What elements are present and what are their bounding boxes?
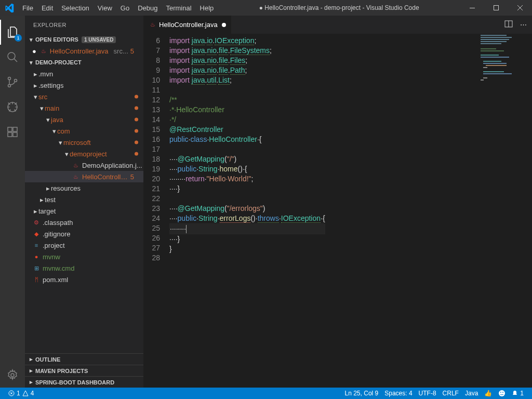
tree-folder[interactable]: ▾microsoft [25, 137, 143, 148]
minimap[interactable] [478, 34, 525, 96]
minimize-button[interactable] [460, 0, 484, 16]
svg-point-5 [15, 79, 17, 82]
close-button[interactable] [508, 0, 532, 16]
tree-folder[interactable]: ▸test [25, 194, 143, 205]
status-feedback-icon[interactable] [495, 390, 509, 397]
menu-selection[interactable]: Selection [57, 4, 93, 12]
tree-file[interactable]: ⊞mvnw.cmd [25, 262, 143, 274]
activity-bar: 1 [0, 16, 25, 388]
status-language[interactable]: Java [462, 390, 481, 397]
tree-file[interactable]: ᛗpom.xml [25, 274, 143, 285]
open-editors-label: OPEN EDITORS [35, 36, 78, 43]
status-thumbsup-icon[interactable]: 👍 [481, 390, 495, 397]
tree-folder[interactable]: ▸resources [25, 182, 143, 194]
menu-help[interactable]: Help [196, 4, 218, 12]
menu-go[interactable]: Go [116, 4, 134, 12]
svg-rect-21 [481, 55, 499, 56]
svg-rect-23 [483, 61, 501, 62]
extensions-icon[interactable] [0, 119, 25, 144]
code-area[interactable]: 6789101112131415161718192021222324252627… [143, 34, 532, 388]
more-actions-icon[interactable]: ⋯ [520, 21, 528, 29]
search-icon[interactable] [0, 45, 25, 70]
status-spaces[interactable]: Spaces: 4 [381, 390, 415, 397]
svg-point-2 [8, 52, 15, 60]
maven-section[interactable]: ▸MAVEN PROJECTS [25, 365, 143, 376]
outline-section[interactable]: ▸OUTLINE [25, 353, 143, 365]
svg-rect-8 [8, 132, 12, 137]
source-control-icon[interactable] [0, 70, 25, 95]
chevron-down-icon: ▾ [32, 93, 38, 101]
line-numbers: 6789101112131415161718192021222324252627… [143, 34, 169, 388]
settings-gear-icon[interactable] [0, 363, 25, 388]
vscode-logo-icon [0, 3, 18, 12]
status-position[interactable]: Ln 25, Col 9 [342, 390, 382, 397]
menu-file[interactable]: File [18, 4, 37, 12]
tree-file[interactable]: ≡.project [25, 240, 143, 251]
chevron-right-icon: ▸ [38, 196, 45, 204]
menu-terminal[interactable]: Terminal [162, 4, 195, 12]
svg-rect-25 [486, 65, 507, 66]
explorer-icon[interactable]: 1 [0, 20, 25, 45]
svg-rect-18 [481, 43, 501, 44]
open-editors-section[interactable]: ▾ OPEN EDITORS 1 UNSAVED [25, 34, 143, 45]
tree-folder[interactable]: ▾src [25, 91, 143, 102]
chevron-down-icon: ▾ [57, 139, 63, 147]
springboot-section[interactable]: ▸SPRING-BOOT DASHBOARD [25, 376, 143, 388]
project-section[interactable]: ▾ DEMO-PROJECT [25, 57, 143, 68]
tree-folder[interactable]: ▸target [25, 205, 143, 217]
unsaved-tag: 1 UNSAVED [82, 36, 116, 43]
svg-rect-27 [483, 71, 504, 72]
tree-file[interactable]: ●mvnw [25, 251, 143, 262]
tree-folder[interactable]: ▸.mvn [25, 68, 143, 79]
git-icon: ◆ [32, 230, 41, 238]
chevron-down-icon: ▾ [27, 36, 35, 43]
debug-icon[interactable] [0, 95, 25, 119]
status-notifications[interactable]: 1 [509, 390, 527, 397]
menu-edit[interactable]: Edit [37, 4, 57, 12]
maven-icon: ᛗ [32, 275, 41, 284]
chevron-right-icon: ▸ [32, 82, 38, 89]
file-tree: ▸.mvn ▸.settings ▾src ▾main ▾java ▾com ▾… [25, 68, 143, 285]
chevron-right-icon: ▸ [27, 379, 35, 385]
tab-hellocontroller[interactable]: ♨ HelloController.java [143, 16, 232, 34]
svg-point-4 [8, 85, 11, 87]
status-encoding[interactable]: UTF-8 [416, 390, 440, 397]
sidebar-title: EXPLORER [25, 16, 143, 34]
tree-file-active[interactable]: ♨HelloControlle...5 [25, 171, 143, 182]
tree-file[interactable]: ♨DemoApplication.j... [25, 159, 143, 171]
tree-file[interactable]: ◆.gitignore [25, 228, 143, 240]
tree-folder[interactable]: ▾main [25, 102, 143, 114]
tree-folder[interactable]: ▾java [25, 114, 143, 125]
java-file-icon: ♨ [72, 172, 80, 181]
file-icon: ● [32, 252, 41, 261]
split-editor-icon[interactable] [504, 20, 513, 30]
tree-file[interactable]: ⚙.classpath [25, 217, 143, 228]
java-file-icon: ♨ [39, 47, 48, 55]
chevron-right-icon: ▸ [32, 207, 38, 215]
status-eol[interactable]: CRLF [440, 390, 462, 397]
tree-folder[interactable]: ▸.settings [25, 79, 143, 91]
tree-folder[interactable]: ▾com [25, 125, 143, 137]
chevron-right-icon: ▸ [27, 367, 35, 374]
menu-debug[interactable]: Debug [134, 4, 162, 12]
open-editor-filename: HelloController.java [50, 47, 112, 55]
open-editor-item[interactable]: ● ♨ HelloController.java src... 5 [25, 45, 143, 57]
menu-view[interactable]: View [94, 4, 116, 12]
editor: ♨ HelloController.java ⋯ 678910111213141… [143, 16, 532, 388]
tab-bar: ♨ HelloController.java ⋯ [143, 16, 532, 34]
code-lines[interactable]: import java.io.IOException;import java.n… [169, 34, 325, 388]
svg-rect-26 [483, 67, 487, 68]
svg-rect-19 [481, 48, 496, 49]
project-name: DEMO-PROJECT [35, 59, 82, 65]
explorer-badge: 1 [15, 34, 22, 42]
tree-folder[interactable]: ▾demoproject [25, 148, 143, 159]
java-file-icon: ♨ [72, 161, 80, 169]
svg-rect-29 [483, 77, 487, 78]
menu-bar: File Edit Selection View Go Debug Termin… [18, 4, 218, 12]
status-problems[interactable]: 1 4 [5, 390, 37, 397]
open-editor-path: src... [114, 47, 128, 55]
chevron-down-icon: ▾ [63, 150, 70, 158]
svg-rect-17 [481, 41, 507, 42]
maximize-button[interactable] [484, 0, 508, 16]
svg-point-33 [500, 392, 501, 393]
